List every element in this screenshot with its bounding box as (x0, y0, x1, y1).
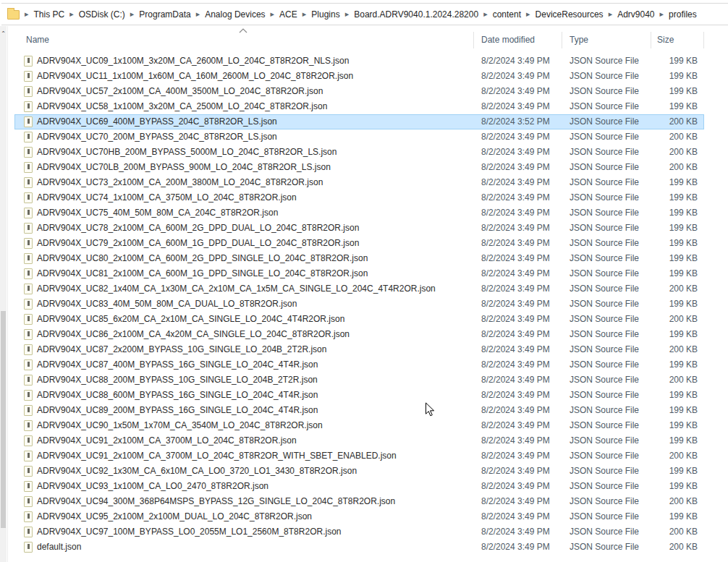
file-name: ADRV904X_UC93_1x100M_CA_LO0_2470_8T8R2OR… (37, 479, 268, 494)
table-row[interactable]: ADRV904X_UC74_1x100M_CA_3750M_LO_204C_8T… (14, 190, 704, 205)
json-file-icon (24, 375, 33, 386)
file-name: ADRV904X_UC94_300M_368P64MSPS_BYPASS_12G… (37, 494, 395, 509)
file-size: 199 KB (651, 205, 704, 221)
table-row[interactable]: ADRV904X_UC90_1x50M_1x70M_CA_3540M_LO_20… (14, 418, 704, 433)
breadcrumb-chevron-icon: ▸ (609, 9, 613, 19)
table-row[interactable]: ADRV904X_UC88_600M_BYPASS_16G_SINGLE_LO_… (14, 388, 704, 403)
breadcrumb-item[interactable]: OSDisk (C:) (79, 9, 125, 20)
table-row[interactable]: ADRV904X_UC09_1x100M_3x20M_CA_2600M_LO_2… (14, 54, 704, 69)
table-row[interactable]: ADRV904X_UC70LB_200M_BYPASS_900M_LO_204C… (14, 160, 704, 175)
table-row[interactable]: ADRV904X_UC91_2x100M_CA_3700M_LO_204C_8T… (14, 433, 704, 448)
table-row[interactable]: ADRV904X_UC57_2x100M_CA_400M_3500M_LO_20… (14, 84, 704, 99)
file-name: ADRV904X_UC79_2x100M_CA_600M_1G_DPD_DUAL… (37, 236, 359, 251)
json-file-icon (24, 314, 33, 325)
file-size: 199 KB (651, 327, 704, 342)
table-row[interactable]: ADRV904X_UC78_2x100M_CA_600M_2G_DPD_DUAL… (14, 221, 704, 236)
file-type: JSON Source File (562, 114, 651, 129)
file-name: ADRV904X_UC75_40M_50M_80M_CA_204C_8T8R2O… (37, 205, 278, 221)
file-type: JSON Source File (562, 221, 651, 236)
breadcrumb-item[interactable]: Adrv9040 (617, 9, 654, 20)
table-row[interactable]: ADRV904X_UC87_2x200M_BYPASS_10G_SINGLE_L… (14, 342, 704, 357)
table-row[interactable]: ADRV904X_UC95_2x100M_2x100M_DUAL_LO_204C… (14, 509, 704, 524)
file-type: JSON Source File (562, 494, 651, 509)
json-file-icon (24, 527, 33, 537)
file-size: 199 KB (651, 403, 704, 418)
scrollbar-thumb[interactable] (1, 311, 6, 528)
json-file-icon (24, 253, 33, 264)
file-name: ADRV904X_UC87_400M_BYPASS_16G_SINGLE_LO_… (37, 357, 318, 372)
file-type: JSON Source File (562, 403, 651, 418)
file-size: 200 KB (651, 342, 704, 357)
column-headers: Name Date modified Type Size (14, 32, 704, 48)
breadcrumb-item[interactable]: This PC (34, 9, 65, 20)
table-row[interactable]: ADRV904X_UC94_300M_368P64MSPS_BYPASS_12G… (14, 494, 704, 509)
breadcrumb-item[interactable]: Plugins (311, 9, 339, 20)
table-row[interactable]: ADRV904X_UC69_400M_BYPASS_204C_8T8R2OR_L… (14, 114, 704, 129)
json-file-icon (24, 329, 33, 340)
breadcrumb-item[interactable]: profiles (669, 9, 697, 20)
column-header-date-modified[interactable]: Date modified (474, 32, 562, 48)
file-date-modified: 8/2/2024 3:49 PM (474, 266, 562, 281)
table-row[interactable]: ADRV904X_UC83_40M_50M_80M_CA_DUAL_LO_8T8… (14, 297, 704, 312)
json-file-icon (24, 162, 33, 173)
file-type: JSON Source File (562, 190, 651, 205)
table-row[interactable]: ADRV904X_UC70_200M_BYPASS_204C_8T8R2OR_L… (14, 129, 704, 145)
file-size: 199 KB (651, 509, 704, 524)
file-size: 200 KB (651, 540, 704, 555)
file-size: 200 KB (651, 524, 704, 540)
file-date-modified: 8/2/2024 3:49 PM (474, 312, 562, 327)
table-row[interactable]: ADRV904X_UC93_1x100M_CA_LO0_2470_8T8R2OR… (14, 479, 704, 494)
file-name: ADRV904X_UC70_200M_BYPASS_204C_8T8R2OR_L… (37, 129, 277, 145)
table-row[interactable]: ADRV904X_UC97_100M_BYPASS_LO0_2055M_LO1_… (14, 524, 704, 540)
table-row[interactable]: ADRV904X_UC89_200M_BYPASS_16G_SINGLE_LO_… (14, 403, 704, 418)
file-date-modified: 8/2/2024 3:52 PM (474, 114, 562, 129)
table-row[interactable]: ADRV904X_UC81_2x100M_CA_600M_1G_DPD_SING… (14, 266, 704, 281)
column-header-size[interactable]: Size (651, 32, 704, 48)
table-row[interactable]: ADRV904X_UC73_2x100M_CA_200M_3800M_LO_20… (14, 175, 704, 190)
table-row[interactable]: ADRV904X_UC87_400M_BYPASS_16G_SINGLE_LO_… (14, 357, 704, 372)
file-name: ADRV904X_UC86_2x100M_CA_4x20M_CA_SINGLE_… (37, 327, 350, 342)
file-size: 200 KB (651, 312, 704, 327)
file-date-modified: 8/2/2024 3:49 PM (474, 145, 562, 160)
file-type: JSON Source File (562, 297, 651, 312)
table-row[interactable]: ADRV904X_UC86_2x100M_CA_4x20M_CA_SINGLE_… (14, 327, 704, 342)
column-header-type[interactable]: Type (562, 32, 651, 48)
table-row[interactable]: ADRV904X_UC82_1x40M_CA_1x30M_CA_2x10M_CA… (14, 281, 704, 297)
table-row[interactable]: ADRV904X_UC75_40M_50M_80M_CA_204C_8T8R2O… (14, 205, 704, 221)
breadcrumb-item[interactable]: content (493, 9, 521, 20)
table-row[interactable]: default.json 8/2/2024 3:49 PM JSON Sourc… (14, 540, 704, 555)
table-row[interactable]: ADRV904X_UC88_200M_BYPASS_10G_SINGLE_LO_… (14, 372, 704, 388)
table-row[interactable]: ADRV904X_UC85_6x20M_CA_2x10M_CA_SINGLE_L… (14, 312, 704, 327)
table-row[interactable]: ADRV904X_UC70HB_200M_BYPASS_5000M_LO_204… (14, 145, 704, 160)
file-type: JSON Source File (562, 251, 651, 266)
table-row[interactable]: ADRV904X_UC79_2x100M_CA_600M_1G_DPD_DUAL… (14, 236, 704, 251)
breadcrumb-item[interactable]: Analog Devices (205, 9, 265, 20)
column-header-name[interactable]: Name (14, 32, 474, 48)
file-type: JSON Source File (562, 129, 651, 145)
table-row[interactable]: ADRV904X_UC80_2x100M_CA_600M_2G_DPD_SING… (14, 251, 704, 266)
left-pane-scrollbar[interactable]: ⌃ (0, 26, 7, 562)
file-date-modified: 8/2/2024 3:49 PM (474, 236, 562, 251)
file-name: ADRV904X_UC73_2x100M_CA_200M_3800M_LO_20… (37, 175, 323, 190)
table-row[interactable]: ADRV904X_UC91_2x100M_CA_3700M_LO_204C_8T… (14, 448, 704, 464)
breadcrumb-item[interactable]: ProgramData (139, 9, 190, 20)
file-type: JSON Source File (562, 433, 651, 448)
table-row[interactable]: ADRV904X_UC92_1x30M_CA_6x10M_CA_LO0_3720… (14, 464, 704, 479)
file-name: ADRV904X_UC87_2x200M_BYPASS_10G_SINGLE_L… (37, 342, 326, 357)
breadcrumb-item[interactable]: DeviceResources (536, 9, 604, 20)
file-type: JSON Source File (562, 175, 651, 190)
table-row[interactable]: ADRV904X_UC11_1x100M_1x60M_CA_160M_2600M… (14, 69, 704, 84)
json-file-icon (24, 223, 33, 234)
file-name: ADRV904X_UC81_2x100M_CA_600M_1G_DPD_SING… (37, 266, 368, 281)
json-file-icon (24, 71, 33, 82)
breadcrumb-item[interactable]: Board.ADRV9040.1.2024.28200 (354, 9, 478, 20)
scroll-up-arrow-icon[interactable]: ⌃ (0, 30, 7, 38)
file-type: JSON Source File (562, 418, 651, 433)
file-size: 199 KB (651, 418, 704, 433)
json-file-icon (24, 177, 33, 188)
breadcrumb-item[interactable]: ACE (279, 9, 297, 20)
json-file-icon (24, 147, 33, 158)
file-date-modified: 8/2/2024 3:49 PM (474, 99, 562, 114)
table-row[interactable]: ADRV904X_UC58_1x100M_3x20M_CA_2500M_LO_2… (14, 99, 704, 114)
file-date-modified: 8/2/2024 3:49 PM (474, 388, 562, 403)
